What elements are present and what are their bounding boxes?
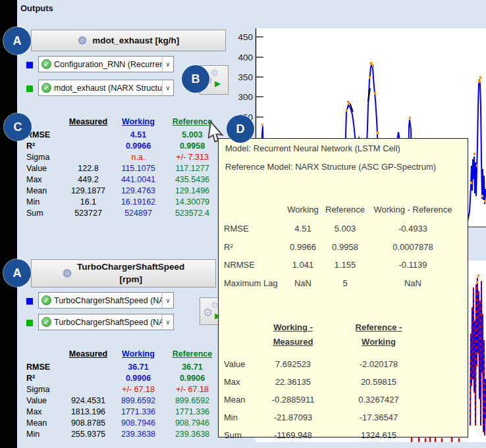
- dropdown-value: TurboChargerShaftSpeed (NA: [54, 318, 162, 327]
- status-check-icon: ✓: [41, 317, 51, 327]
- tt-value: 0.0007878: [366, 239, 460, 257]
- dropdown-value: Configuration_RNN (Recurren: [54, 60, 162, 69]
- stat-working: n.a.: [112, 152, 165, 163]
- working-color-chip: [26, 62, 33, 68]
- stat-working: 0.9966: [112, 141, 165, 152]
- chevron-down-icon[interactable]: ∨: [162, 80, 173, 95]
- tt-value: 0.3267427: [332, 391, 425, 409]
- tooltip-comparison-table: Working Reference Working - Reference RM…: [224, 202, 460, 293]
- stat-measured: [65, 152, 112, 163]
- tooltip-reference-line: Reference Model: NARX Structure (ASC GP-…: [225, 162, 436, 172]
- stat-label: R²: [26, 141, 65, 152]
- stat-working: 1771.336: [112, 407, 165, 418]
- tt-value: 1.041: [282, 257, 324, 275]
- col-header-measured: Measured: [65, 115, 112, 130]
- status-check-icon: ✓: [41, 83, 51, 93]
- stat-label: Value: [26, 163, 65, 174]
- model-dropdown[interactable]: ✓ TurboChargerShaftSpeed (NA ∨: [38, 292, 174, 309]
- section-title: TurboChargerShaftSpeed [rpm]: [77, 261, 184, 286]
- col-header-working: Working: [112, 347, 165, 362]
- tt-value: 0.9966: [282, 239, 324, 257]
- section-header-mdot-exhaust[interactable]: ⚙ mdot_exhaust [kg/h]: [31, 30, 226, 51]
- stat-label: Sum: [26, 208, 65, 219]
- stat-measured: 16.1: [65, 197, 112, 208]
- stat-measured: [65, 362, 112, 373]
- tt-row-label: Min: [224, 409, 254, 427]
- y-tick-label: 450: [238, 32, 253, 42]
- stat-label: Value: [26, 395, 65, 407]
- stats-table-turbocharger: Measured Working Reference RMSE 36.71 36…: [26, 347, 220, 440]
- stat-measured: [65, 373, 112, 384]
- tt-col-reference: Reference: [324, 202, 366, 220]
- stat-measured: 255.9375: [65, 429, 112, 440]
- stat-label: RMSE: [26, 130, 65, 141]
- tt-value: -1169.948: [254, 427, 332, 445]
- stat-label: Min: [26, 197, 65, 208]
- y-tick-label: 350: [238, 72, 253, 82]
- tt-value: -21.87093: [254, 409, 332, 427]
- stat-label: RMSE: [26, 362, 65, 373]
- model-dropdown[interactable]: ✓ Configuration_RNN (Recurren ∨: [38, 56, 174, 72]
- mouse-cursor-icon: [208, 120, 227, 144]
- status-check-icon: ✓: [41, 295, 51, 305]
- reference-color-chip: [26, 320, 33, 326]
- tt-value: -2.020178: [332, 356, 425, 374]
- stat-measured: 122.8: [65, 163, 112, 174]
- tt-col-working: Working: [282, 202, 324, 220]
- stat-working: 129.4763: [112, 186, 165, 197]
- stat-measured: 523727: [65, 208, 112, 219]
- reference-color-chip: [26, 86, 33, 92]
- section-header-turbocharger[interactable]: ⚙ TurboChargerShaftSpeed [rpm]: [31, 259, 216, 287]
- stat-label: Max: [26, 407, 65, 418]
- stat-measured: [65, 384, 112, 395]
- tt-value: 5.003: [324, 220, 366, 239]
- tt-value: 5: [324, 275, 366, 293]
- tt-col-reference-minus-working: Reference - Working: [332, 320, 425, 356]
- stat-measured: 1813.196: [65, 407, 112, 418]
- outputs-panel: Outputs 450 400 350 300 250: [0, 0, 486, 448]
- tt-row-label: Value: [224, 356, 254, 374]
- tt-value: NaN: [366, 275, 460, 293]
- stat-reference: 1771.336: [165, 407, 220, 418]
- model-info-tooltip: Model: Recurrent Neural Network (LSTM Ce…: [218, 138, 468, 437]
- y-tick-label: 400: [238, 53, 253, 62]
- tooltip-delta-table: Working - Measured Reference - Working V…: [224, 320, 425, 445]
- tt-value: 7.692523: [254, 356, 332, 374]
- tt-col-working-minus-reference: Working - Reference: [366, 202, 460, 220]
- stat-reference: 899.6592: [165, 395, 220, 407]
- chevron-down-icon[interactable]: ∨: [162, 57, 173, 72]
- chevron-down-icon[interactable]: ∨: [162, 314, 173, 330]
- col-header-reference: Reference: [165, 347, 220, 362]
- stat-measured: [65, 141, 112, 152]
- tt-value: NaN: [282, 275, 324, 293]
- stat-label: Sigma: [26, 384, 65, 395]
- tt-value: 1.155: [324, 257, 366, 275]
- tt-value: 0.9958: [324, 239, 366, 257]
- stat-working: 441.0041: [112, 174, 165, 186]
- stat-working: 36.71: [112, 362, 165, 373]
- tt-row-label: Mean: [224, 391, 254, 409]
- stat-label: Mean: [26, 186, 65, 197]
- reference-dropdown[interactable]: ✓ TurboChargerShaftSpeed (NA ∨: [38, 314, 174, 330]
- dropdown-value: TurboChargerShaftSpeed (NA: [54, 296, 162, 305]
- stat-reference: +/- 67.18: [165, 384, 220, 395]
- stat-measured: 129.1877: [65, 186, 112, 197]
- stat-reference: 908.7946: [165, 418, 220, 429]
- stat-measured: 908.8785: [65, 418, 112, 429]
- gear-icon: ⚙: [63, 268, 72, 279]
- stat-reference: +/- 7.313: [165, 152, 220, 163]
- tt-row-label: RMSE: [224, 220, 282, 239]
- stat-reference: 0.9906: [165, 373, 220, 384]
- tt-row-label: R²: [224, 239, 282, 257]
- chevron-down-icon[interactable]: ∨: [162, 293, 173, 308]
- stat-working: 524897: [112, 208, 165, 219]
- tt-row-label: NRMSE: [224, 257, 282, 275]
- gear-icon: ⚙: [78, 36, 87, 46]
- col-header-working: Working: [112, 115, 165, 130]
- tt-value: 1324.615: [332, 427, 425, 445]
- reference-dropdown[interactable]: ✓ mdot_exhaust (NARX Structu ∨: [38, 80, 174, 96]
- col-header-measured: Measured: [65, 347, 112, 362]
- working-color-chip: [26, 298, 33, 305]
- tt-value: -17.36547: [332, 409, 425, 427]
- tt-col-working-minus-measured: Working - Measured: [254, 320, 332, 356]
